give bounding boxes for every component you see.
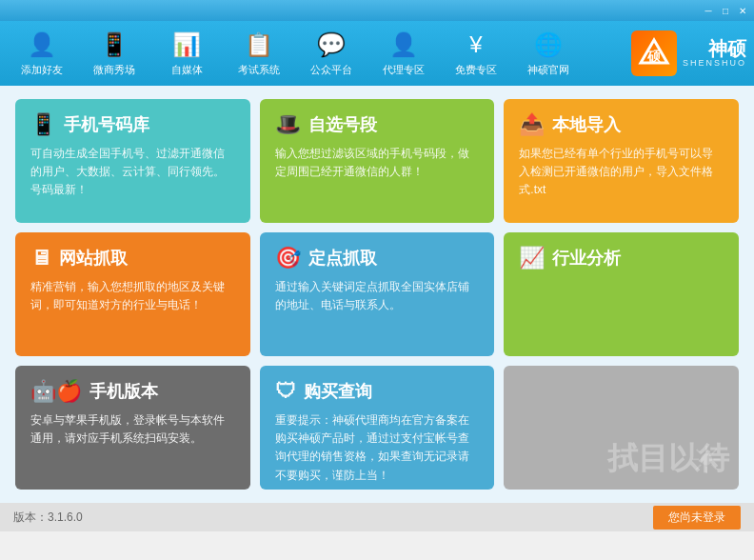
card-title-text-buy-query: 购买查询 <box>304 380 372 403</box>
nav-item-public-platform[interactable]: 💬公众平台 <box>297 25 366 82</box>
card-icon-buy-query: 🛡 <box>275 379 296 404</box>
card-web-crawl[interactable]: 🖥网站抓取精准营销，输入您想抓取的地区及关键词，即可知道对方的行业与电话！ <box>15 232 250 356</box>
free-zone-icon: ¥ <box>461 30 491 60</box>
brand-name: 神硕 <box>683 39 746 58</box>
card-icon-mobile-version: 🤖🍎 <box>30 379 82 404</box>
free-zone-label: 免费专区 <box>455 63 497 77</box>
card-phone-database[interactable]: 📱手机号码库可自动生成全国手机号、过滤开通微信的用户、大数据、云计算、同行领先。… <box>15 99 250 223</box>
card-icon-phone-database: 📱 <box>30 112 56 137</box>
card-title-text-web-crawl: 网站抓取 <box>59 247 128 270</box>
card-desc-web-crawl: 精准营销，输入您想抓取的地区及关键词，即可知道对方的行业与电话！ <box>30 278 235 314</box>
nav-bar: 👤添加好友📱微商秀场📊自媒体📋考试系统💬公众平台👤代理专区¥免费专区🌐神硕官网 … <box>0 21 754 86</box>
card-title-industry-analysis: 📈行业分析 <box>519 246 724 270</box>
add-friend-label: 添加好友 <box>21 63 63 77</box>
version-label: 版本：3.1.6.0 <box>13 510 83 526</box>
agent-zone-icon: 👤 <box>388 30 419 60</box>
card-title-self-select: 🎩自选号段 <box>275 112 480 137</box>
nav-item-add-friend[interactable]: 👤添加好友 <box>8 25 76 82</box>
main-content: 📱手机号码库可自动生成全国手机号、过滤开通微信的用户、大数据、云计算、同行领先。… <box>0 86 754 503</box>
card-waiting[interactable]: 拭目以待☀ <box>504 366 739 490</box>
card-title-text-self-select: 自选号段 <box>308 113 377 136</box>
card-title-local-import: 📤本地导入 <box>519 112 724 137</box>
logo-icon: 硕 <box>637 36 671 70</box>
cards-grid: 📱手机号码库可自动生成全国手机号、过滤开通微信的用户、大数据、云计算、同行领先。… <box>15 99 739 490</box>
card-desc-phone-database: 可自动生成全国手机号、过滤开通微信的用户、大数据、云计算、同行领先。号码最新！ <box>30 145 235 200</box>
logo-area: 硕 神硕 SHENSHUO <box>631 30 746 76</box>
maximize-button[interactable]: □ <box>718 4 733 17</box>
card-location-crawl[interactable]: 🎯定点抓取通过输入关键词定点抓取全国实体店铺的地址、电话与联系人。 <box>260 232 495 356</box>
card-icon-web-crawl: 🖥 <box>30 246 51 270</box>
card-local-import[interactable]: 📤本地导入如果您已经有单个行业的手机号可以导入检测已开通微信的用户，导入文件格式… <box>504 99 739 223</box>
card-industry-analysis[interactable]: 📈行业分析 <box>504 232 739 356</box>
card-mobile-version[interactable]: 🤖🍎手机版本安卓与苹果手机版，登录帐号与本软件通用，请对应手机系统扫码安装。 <box>15 366 250 490</box>
exam-system-icon: 📋 <box>244 30 274 60</box>
nav-item-self-media[interactable]: 📊自媒体 <box>152 25 221 82</box>
minimize-button[interactable]: ─ <box>701 4 716 17</box>
card-title-text-local-import: 本地导入 <box>552 113 621 136</box>
wechat-show-icon: 📱 <box>99 30 129 60</box>
brand-text: 神硕 SHENSHUO <box>683 39 746 68</box>
nav-item-free-zone[interactable]: ¥免费专区 <box>442 25 510 82</box>
card-icon-local-import: 📤 <box>519 112 545 137</box>
card-title-text-location-crawl: 定点抓取 <box>308 247 377 270</box>
card-title-text-industry-analysis: 行业分析 <box>552 247 621 270</box>
card-title-text-phone-database: 手机号码库 <box>64 113 149 136</box>
footer: 版本：3.1.6.0 您尚未登录 <box>0 503 754 531</box>
add-friend-icon: 👤 <box>27 30 57 60</box>
exam-system-label: 考试系统 <box>238 63 280 77</box>
card-title-buy-query: 🛡购买查询 <box>275 379 480 404</box>
public-platform-icon: 💬 <box>316 30 347 60</box>
brand-sub: SHENSHUO <box>683 58 746 68</box>
logo-box: 硕 <box>631 30 677 76</box>
svg-text:硕: 硕 <box>646 49 662 64</box>
nav-item-wechat-show[interactable]: 📱微商秀场 <box>80 25 149 82</box>
nav-item-official-site[interactable]: 🌐神硕官网 <box>514 25 583 82</box>
official-site-label: 神硕官网 <box>527 63 569 77</box>
wechat-show-label: 微商秀场 <box>93 63 135 77</box>
self-media-icon: 📊 <box>171 30 202 60</box>
card-desc-mobile-version: 安卓与苹果手机版，登录帐号与本软件通用，请对应手机系统扫码安装。 <box>30 411 235 448</box>
card-desc-self-select: 输入您想过滤该区域的手机号码段，做定周围已经开通微信的人群！ <box>275 145 480 181</box>
card-title-location-crawl: 🎯定点抓取 <box>275 246 480 270</box>
waiting-icon: ☀ <box>689 438 724 482</box>
card-title-phone-database: 📱手机号码库 <box>30 112 235 137</box>
window-controls: ─ □ ✕ <box>701 4 750 17</box>
card-title-text-mobile-version: 手机版本 <box>89 380 158 403</box>
nav-item-exam-system[interactable]: 📋考试系统 <box>225 25 293 82</box>
self-media-label: 自媒体 <box>171 63 203 77</box>
card-icon-industry-analysis: 📈 <box>519 246 545 270</box>
public-platform-label: 公众平台 <box>310 63 352 77</box>
card-title-mobile-version: 🤖🍎手机版本 <box>30 379 235 404</box>
login-button[interactable]: 您尚未登录 <box>653 506 741 530</box>
card-self-select[interactable]: 🎩自选号段输入您想过滤该区域的手机号码段，做定周围已经开通微信的人群！ <box>260 99 495 223</box>
card-icon-self-select: 🎩 <box>275 112 301 137</box>
card-desc-buy-query: 重要提示：神硕代理商均在官方备案在购买神硕产品时，通过过支付宝帐号查询代理的销售… <box>275 411 480 485</box>
title-bar: ─ □ ✕ <box>0 0 754 21</box>
card-desc-location-crawl: 通过输入关键词定点抓取全国实体店铺的地址、电话与联系人。 <box>275 278 480 314</box>
official-site-icon: 🌐 <box>533 30 564 60</box>
card-title-web-crawl: 🖥网站抓取 <box>30 246 235 270</box>
agent-zone-label: 代理专区 <box>383 63 425 77</box>
card-buy-query[interactable]: 🛡购买查询重要提示：神硕代理商均在官方备案在购买神硕产品时，通过过支付宝帐号查询… <box>260 366 495 490</box>
card-icon-location-crawl: 🎯 <box>275 246 301 270</box>
close-button[interactable]: ✕ <box>735 4 750 17</box>
card-desc-local-import: 如果您已经有单个行业的手机号可以导入检测已开通微信的用户，导入文件格式.txt <box>519 145 724 200</box>
nav-item-agent-zone[interactable]: 👤代理专区 <box>369 25 438 82</box>
